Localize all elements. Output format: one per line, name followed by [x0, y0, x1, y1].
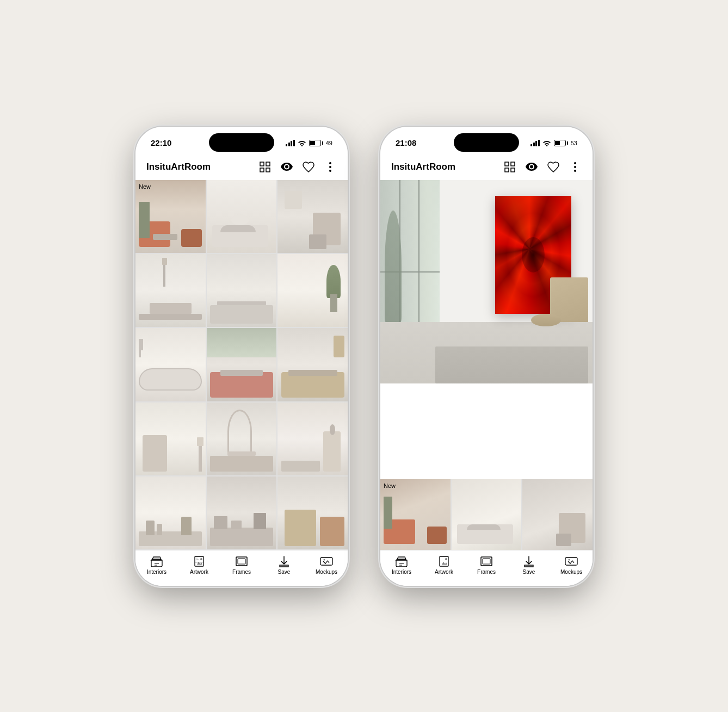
grid-item-13[interactable]: [135, 476, 206, 549]
tab-artwork-2[interactable]: Artwork: [428, 555, 460, 575]
status-time-2: 21:08: [396, 138, 416, 147]
grid-item-8[interactable]: [207, 328, 277, 401]
battery-icon-1: [309, 140, 323, 146]
grid-item-11[interactable]: [207, 403, 277, 475]
save-icon-2: [522, 555, 535, 568]
interiors-icon-2: [395, 555, 408, 568]
main-scene: 22:10: [135, 127, 593, 586]
svg-rect-16: [511, 168, 515, 172]
svg-rect-1: [266, 162, 270, 166]
heart-icon-1[interactable]: [302, 160, 315, 174]
svg-rect-20: [440, 556, 448, 566]
tab-label-save-2: Save: [523, 569, 535, 575]
thumb-item-2[interactable]: [452, 479, 522, 550]
white-section: [380, 383, 593, 479]
tab-mockups-1[interactable]: Mockups: [310, 555, 343, 575]
phone-1: 22:10: [135, 127, 348, 586]
grid-icon-2[interactable]: [503, 160, 516, 174]
eye-icon-1[interactable]: [280, 160, 293, 174]
artwork-icon-2: [437, 555, 451, 568]
more-icon-2[interactable]: [569, 160, 582, 174]
tab-frames-2[interactable]: Frames: [470, 555, 503, 575]
svg-point-21: [445, 558, 447, 560]
artwork-icon-1: [193, 555, 206, 568]
svg-rect-13: [505, 162, 509, 166]
save-icon-1: [277, 555, 291, 568]
status-time-1: 22:10: [151, 138, 171, 147]
wifi-icon-1: [298, 140, 306, 146]
battery-text-1: 49: [326, 140, 332, 146]
svg-point-12: [324, 559, 325, 560]
svg-rect-11: [320, 558, 332, 565]
tab-artwork-1[interactable]: Artwork: [183, 555, 215, 575]
battery-text-2: 53: [571, 140, 577, 146]
wifi-icon-2: [542, 140, 551, 146]
thumb-item-3[interactable]: [522, 479, 593, 550]
power-button[interactable]: [348, 203, 349, 236]
signal-icon-1: [286, 140, 295, 146]
dynamic-island-1: [209, 133, 274, 152]
svg-rect-0: [260, 162, 264, 166]
svg-rect-24: [565, 558, 577, 565]
thumb-item-1[interactable]: New: [380, 479, 451, 550]
tab-label-artwork-2: Artwork: [435, 569, 453, 575]
tab-label-save-1: Save: [278, 569, 291, 575]
phone-2-wrapper: 21:08: [380, 127, 593, 586]
grid-item-5[interactable]: [207, 254, 277, 327]
tab-label-interiors-1: Interiors: [147, 569, 166, 575]
new-badge-2: New: [384, 482, 396, 489]
svg-rect-23: [483, 559, 490, 564]
grid-item-9[interactable]: [277, 328, 348, 401]
grid-item-1[interactable]: New: [135, 180, 206, 253]
svg-point-18: [574, 166, 576, 168]
svg-rect-14: [511, 162, 515, 166]
power-button-2[interactable]: [593, 203, 594, 236]
nav-actions-2: [503, 160, 582, 174]
tab-save-2[interactable]: Save: [513, 555, 545, 575]
tab-label-artwork-1: Artwork: [190, 569, 208, 575]
tab-frames-1[interactable]: Frames: [225, 555, 258, 575]
grid-item-4[interactable]: [135, 254, 206, 327]
grid-item-3[interactable]: [277, 180, 348, 253]
mockups-icon-1: [320, 555, 333, 568]
tab-mockups-2[interactable]: Mockups: [555, 555, 588, 575]
grid-item-2[interactable]: [207, 180, 277, 253]
grid-item-7[interactable]: [135, 328, 206, 401]
detail-view: New: [380, 180, 593, 550]
nav-actions-1: [258, 160, 337, 174]
status-icons-2: 53: [530, 140, 577, 146]
eye-icon-2[interactable]: [525, 160, 538, 174]
grid-item-15[interactable]: [277, 476, 348, 549]
phone-1-wrapper: 22:10: [135, 127, 348, 586]
grid-item-6[interactable]: [277, 254, 348, 327]
svg-rect-2: [260, 168, 264, 172]
grid-icon-1[interactable]: [258, 160, 272, 174]
tab-label-frames-1: Frames: [232, 569, 251, 575]
nav-bar-2: InsituArtRoom: [380, 156, 593, 180]
artwork-room-preview[interactable]: [380, 180, 593, 383]
svg-point-4: [329, 162, 331, 164]
svg-rect-10: [238, 559, 245, 564]
heart-icon-2[interactable]: [547, 160, 560, 174]
thumbnail-grid: New: [380, 479, 593, 550]
frames-icon-1: [235, 555, 248, 568]
tab-label-mockups-2: Mockups: [560, 569, 582, 575]
dynamic-island-2: [454, 133, 519, 152]
mockups-icon-2: [565, 555, 578, 568]
new-badge-1: New: [139, 183, 151, 190]
signal-icon-2: [530, 140, 540, 146]
more-icon-1[interactable]: [324, 160, 337, 174]
grid-item-12[interactable]: [277, 403, 348, 475]
tab-label-mockups-1: Mockups: [316, 569, 337, 575]
tab-interiors-1[interactable]: Interiors: [140, 555, 173, 575]
status-icons-1: 49: [286, 140, 332, 146]
phone-2: 21:08: [380, 127, 593, 586]
grid-item-10[interactable]: [135, 403, 206, 475]
tab-label-interiors-2: Interiors: [392, 569, 411, 575]
svg-point-19: [574, 170, 576, 172]
tab-interiors-2[interactable]: Interiors: [385, 555, 418, 575]
svg-rect-7: [195, 556, 203, 566]
tab-save-1[interactable]: Save: [268, 555, 300, 575]
svg-point-17: [574, 162, 576, 164]
grid-item-14[interactable]: [207, 476, 277, 549]
